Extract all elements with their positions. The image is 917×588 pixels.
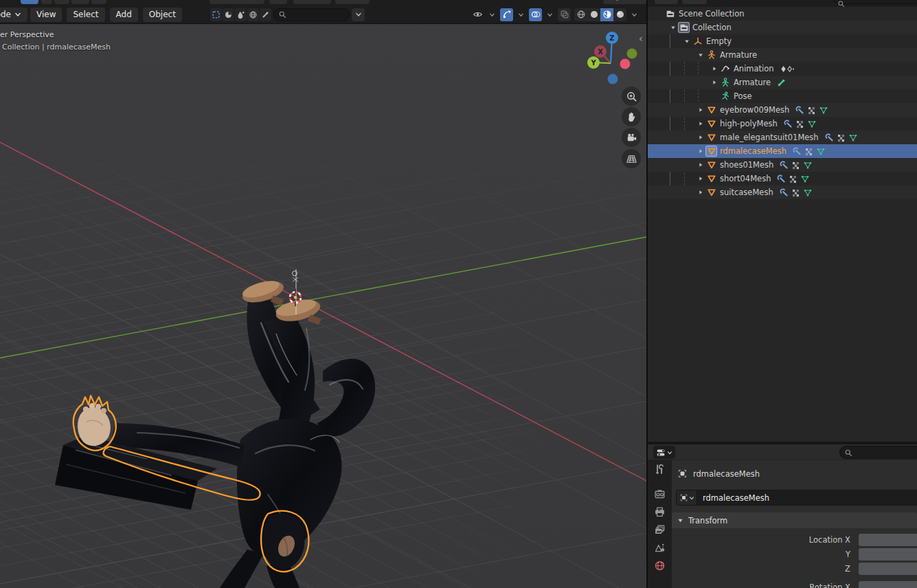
vgroup-icon[interactable] [795, 120, 804, 128]
properties-tab-scene[interactable] [648, 539, 672, 556]
shading-wireframe-button[interactable] [574, 8, 587, 21]
outliner-row-short04mesh[interactable]: short04Mesh [648, 172, 917, 185]
transform-section-header[interactable]: Transform [672, 512, 917, 528]
outliner-search[interactable] [833, 0, 917, 4]
outliner-row-shoes01mesh[interactable]: shoes01Mesh [648, 158, 917, 172]
field-value-z[interactable] [859, 563, 917, 575]
disclosure-right-icon[interactable] [710, 80, 719, 85]
object-visibility-button[interactable] [471, 8, 484, 21]
disclosure-right-icon[interactable] [696, 148, 705, 154]
sliver-mode-pill[interactable] [21, 0, 38, 4]
gizmos-dropdown[interactable] [517, 8, 525, 21]
gizmo-axis-neg[interactable] [627, 49, 637, 59]
outliner-row-scene-collection[interactable]: Scene Collection [648, 7, 917, 21]
search-options-dropdown[interactable] [352, 8, 365, 21]
meshdata-icon[interactable] [816, 147, 826, 156]
header-search[interactable] [273, 8, 350, 21]
properties-tab-output[interactable] [648, 503, 672, 521]
wrench-icon[interactable] [780, 188, 789, 197]
outliner-row-high-polymesh[interactable]: high-polyMesh [648, 117, 917, 131]
snap-options-pill[interactable] [293, 0, 331, 4]
outliner-row-eyebrow009mesh[interactable]: eyebrow009Mesh [648, 103, 917, 117]
disclosure-down-icon[interactable] [682, 38, 692, 44]
properties-tab-world[interactable] [648, 556, 672, 574]
toggle-ortho-button[interactable] [622, 149, 641, 168]
outliner-row-collection[interactable]: Collection [648, 21, 917, 34]
menu-object[interactable]: Object [143, 8, 182, 22]
shading-solid-button[interactable] [587, 8, 600, 21]
bone-icon[interactable] [777, 78, 786, 87]
pie-circle-tool-button[interactable] [223, 8, 234, 21]
sliver-pill[interactable] [71, 0, 89, 4]
globe-tool-button[interactable] [247, 8, 259, 21]
editor-type-selector[interactable] [653, 446, 675, 459]
wrench-icon[interactable] [795, 106, 804, 115]
disclosure-right-icon[interactable] [696, 176, 705, 181]
gizmos-toggle[interactable] [500, 8, 513, 21]
sliver-pill[interactable] [54, 0, 69, 4]
brush-tool-button[interactable] [260, 8, 271, 21]
xray-toggle[interactable] [558, 8, 571, 21]
object-name-input[interactable] [697, 490, 917, 505]
mode-dropdown[interactable]: ode [0, 8, 27, 22]
outliner-row-suitcasemesh[interactable]: suitcaseMesh [648, 185, 917, 199]
wrench-icon[interactable] [777, 174, 786, 183]
meshdata-icon[interactable] [803, 188, 813, 197]
keyframes-icon[interactable] [780, 65, 794, 74]
overlays-dropdown[interactable] [545, 8, 554, 21]
meshdata-icon[interactable] [807, 120, 817, 128]
outliner-row-armature[interactable]: Armature [648, 48, 917, 62]
meshdata-icon[interactable] [800, 174, 810, 183]
vgroup-icon[interactable] [804, 147, 813, 156]
menu-view[interactable]: View [30, 8, 62, 22]
viewport-canvas[interactable]: er Perspective Collection | rdmalecaseMe… [0, 0, 646, 588]
vgroup-icon[interactable] [791, 161, 800, 170]
disclosure-right-icon[interactable] [710, 66, 719, 71]
outliner-filter-button[interactable] [682, 0, 707, 4]
droplet-tool-button[interactable] [235, 8, 247, 21]
outliner-row-armature[interactable]: Armature [648, 76, 917, 89]
shading-rendered-button[interactable] [613, 8, 626, 21]
disclosure-right-icon[interactable] [696, 107, 705, 113]
shading-dropdown[interactable] [630, 8, 639, 21]
search-input[interactable] [286, 10, 341, 20]
field-value-location-x[interactable] [859, 534, 917, 546]
properties-tab-tool[interactable] [648, 460, 672, 478]
outliner-display-mode[interactable] [655, 0, 678, 4]
wrench-icon[interactable] [784, 120, 793, 128]
vgroup-icon[interactable] [837, 133, 846, 142]
camera-view-button[interactable] [622, 128, 641, 147]
vgroup-icon[interactable] [807, 106, 816, 115]
disclosure-down-icon[interactable] [668, 25, 678, 30]
gizmo-axis-neg[interactable] [620, 59, 631, 69]
overlays-toggle[interactable] [529, 8, 542, 21]
properties-search-input[interactable] [852, 447, 907, 457]
zoom-button[interactable] [622, 87, 641, 106]
sliver-pill[interactable] [41, 0, 52, 4]
meshdata-icon[interactable] [848, 133, 858, 142]
disclosure-right-icon[interactable] [696, 121, 705, 126]
sliver-pill[interactable] [91, 0, 106, 4]
snap-toggle-pill[interactable] [269, 0, 287, 4]
outliner-row-empty[interactable]: Empty [648, 34, 917, 48]
meshdata-icon[interactable] [819, 106, 828, 115]
properties-search[interactable] [839, 446, 917, 459]
sidebar-collapse-arrow[interactable]: ‹ [639, 33, 643, 44]
visibility-dropdown[interactable] [488, 8, 497, 21]
disclosure-right-icon[interactable] [696, 162, 705, 168]
field-value-y[interactable] [859, 548, 917, 561]
wrench-icon[interactable] [793, 147, 802, 156]
outliner-row-rdmalecasemesh[interactable]: rdmalecaseMesh [648, 144, 917, 158]
menu-select[interactable]: Select [67, 8, 104, 22]
properties-tab-view-layer[interactable] [648, 521, 672, 539]
proportional-edit-pill[interactable] [335, 0, 370, 4]
shading-material-button[interactable] [600, 8, 613, 21]
field-value-rotation-x[interactable] [859, 581, 917, 588]
disclosure-right-icon[interactable] [696, 135, 705, 140]
outliner-row-animation[interactable]: Animation [648, 62, 917, 76]
wrench-icon[interactable] [825, 133, 834, 142]
menu-add[interactable]: Add [110, 8, 138, 22]
options-pill[interactable]: Options [603, 0, 646, 4]
box-select-tool-button[interactable] [210, 8, 222, 21]
disclosure-right-icon[interactable] [696, 190, 705, 195]
